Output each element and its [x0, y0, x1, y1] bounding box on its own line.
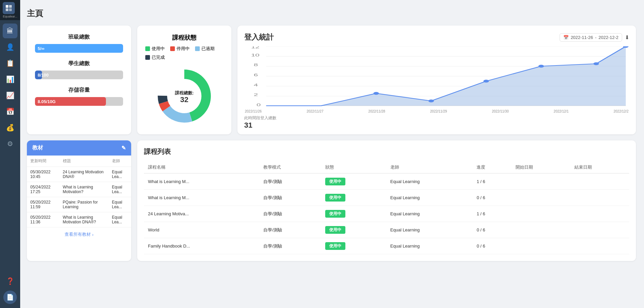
sidebar-item-users[interactable]: 👤 [3, 40, 17, 54]
svg-point-30 [594, 62, 599, 65]
course-mode: 自學/測驗 [259, 238, 321, 254]
mat-date: 05/20/2022 11:59 [27, 197, 60, 212]
sidebar-item-settings[interactable]: ⚙ [3, 136, 17, 151]
sidebar-item-billing[interactable]: 💰 [3, 120, 17, 135]
course-teacher: Equal Learning [386, 173, 473, 190]
course-progress: 0 / 6 [472, 222, 511, 238]
login-chart: 0 2 4 6 8 10 12 [244, 46, 629, 107]
course-row[interactable]: What is Learning M... 自學/測驗 使用中 Equal Le… [144, 190, 629, 206]
legend-inactive-label: 停用中 [177, 46, 190, 52]
student-progress-bar: 8/100 [35, 71, 123, 79]
svg-point-27 [428, 99, 434, 102]
course-mode: 自學/測驗 [259, 190, 321, 206]
materials-header: 教材 ✎ [27, 140, 131, 156]
page-title: 主頁 [27, 8, 636, 19]
status-badge: 使用中 [325, 242, 345, 250]
course-status: 使用中 [321, 222, 386, 238]
course-mode: 自學/測驗 [259, 173, 321, 190]
materials-row[interactable]: 05/20/2022 11:36 What is Learning Motiva… [27, 212, 131, 227]
course-row[interactable]: World 自學/測驗 使用中 Equal Learning 0 / 6 [144, 222, 629, 238]
materials-footer[interactable]: 查看所有教材 › [27, 227, 131, 241]
status-badge: 使用中 [325, 178, 345, 185]
sidebar-item-calendar[interactable]: 📅 [3, 104, 17, 119]
course-end [570, 206, 629, 222]
mat-teacher: Equal Lea... [109, 182, 131, 197]
status-badge: 使用中 [325, 210, 345, 218]
svg-text:10: 10 [251, 53, 259, 57]
chart-x-labels: 2022/11/26 2022/11/27 2022/11/28 2022/11… [244, 109, 629, 113]
course-end [570, 173, 629, 190]
donut-legend: 使用中 停用中 已過期 已完成 [145, 46, 223, 60]
course-name: Family Handbook D... [144, 238, 259, 254]
storage-progress-bar: 8.05/10G [35, 97, 123, 106]
help-icon[interactable]: ❓ [3, 274, 17, 289]
bottom-row: 教材 ✎ 更新時間 標題 老師 05/30/2022 10:45 24 Lear… [27, 140, 636, 261]
mat-date: 05/24/2022 17:25 [27, 182, 60, 197]
course-end [570, 190, 629, 206]
course-row[interactable]: 24 Learning Motiva... 自學/測驗 使用中 Equal Le… [144, 206, 629, 222]
course-col-progress: 進度 [472, 162, 511, 173]
course-row[interactable]: What is Learning M... 自學/測驗 使用中 Equal Le… [144, 173, 629, 190]
course-progress: 0 / 6 [472, 190, 511, 206]
storage-stat: 存儲容量 8.05/10G [35, 87, 123, 106]
class-stat: 班級總數 5/∞ [35, 34, 123, 53]
materials-row[interactable]: 05/24/2022 17:25 What is Learning Motiva… [27, 182, 131, 197]
sidebar-item-chart[interactable]: 📈 [3, 88, 17, 103]
download-icon[interactable]: ⬇ [625, 34, 629, 41]
logo-icon [3, 2, 15, 14]
login-count-label: 此時間段登入總數 [244, 115, 629, 121]
svg-text:4: 4 [254, 83, 258, 87]
avatar[interactable]: 📄 [3, 291, 17, 304]
donut-title: 課程狀態 [145, 34, 223, 42]
legend-completed-dot [145, 55, 150, 60]
legend-expired: 已過期 [195, 46, 215, 52]
svg-text:12: 12 [251, 46, 259, 49]
materials-edit-icon[interactable]: ✎ [121, 145, 126, 151]
login-card: 登入統計 📅 2022-11-26 - 2022-12-2 ⬇ 0 2 [237, 26, 636, 134]
class-total-label: 班級總數 [35, 34, 123, 41]
class-value: 5/∞ [38, 46, 44, 51]
course-name: 24 Learning Motiva... [144, 206, 259, 222]
course-end [570, 238, 629, 254]
svg-point-29 [538, 65, 544, 68]
course-teacher: Equal Learning [386, 222, 473, 238]
course-teacher: Equal Learning [386, 206, 473, 222]
legend-inactive: 停用中 [170, 46, 190, 52]
login-header: 登入統計 📅 2022-11-26 - 2022-12-2 ⬇ [244, 32, 629, 42]
svg-rect-3 [9, 8, 12, 11]
course-status: 使用中 [321, 206, 386, 222]
sidebar-item-home[interactable]: 🏛 [3, 24, 17, 38]
storage-label: 存儲容量 [35, 87, 123, 94]
calendar-icon: 📅 [563, 35, 569, 40]
storage-value: 8.05/10G [38, 99, 56, 104]
course-progress: 1 / 6 [472, 206, 511, 222]
materials-row[interactable]: 05/20/2022 11:59 PQaire: Passion for Lea… [27, 197, 131, 212]
top-row: 班級總數 5/∞ 學生總數 8/100 存儲容量 [27, 26, 636, 134]
col-date: 更新時間 [27, 156, 60, 167]
legend-active-label: 使用中 [152, 46, 165, 52]
course-start [512, 222, 570, 238]
materials-row[interactable]: 05/30/2022 10:45 24 Learning Motivation … [27, 167, 131, 182]
course-col-mode: 教學模式 [259, 162, 321, 173]
sidebar-logo: Equalear... [0, 0, 20, 20]
donut-svg: 課程總數: 32 [154, 66, 215, 126]
sidebar-item-courses[interactable]: 📋 [3, 56, 17, 71]
x-label-2: 2022/11/28 [368, 109, 385, 113]
course-name: What is Learning M... [144, 173, 259, 190]
legend-active-dot [145, 46, 150, 51]
student-value: 8/100 [38, 73, 49, 78]
date-range-picker[interactable]: 📅 2022-11-26 - 2022-12-2 [560, 33, 622, 42]
x-label-1: 2022/11/27 [307, 109, 324, 113]
legend-expired-label: 已過期 [201, 46, 215, 52]
course-card: 課程列表 課程名稱 教學模式 狀態 老師 進度 開始日期 結束日期 What i… [137, 140, 636, 261]
svg-text:6: 6 [254, 73, 258, 77]
course-row[interactable]: Family Handbook D... 自學/測驗 使用中 Equal Lea… [144, 238, 629, 254]
sidebar-item-stats[interactable]: 📊 [3, 72, 17, 87]
app-name: Equalear... [3, 15, 17, 18]
legend-completed: 已完成 [145, 54, 165, 60]
course-end [570, 222, 629, 238]
svg-text:課程總數:: 課程總數: [175, 90, 194, 95]
course-status: 使用中 [321, 238, 386, 254]
status-badge: 使用中 [325, 226, 345, 234]
legend-completed-label: 已完成 [152, 54, 165, 60]
